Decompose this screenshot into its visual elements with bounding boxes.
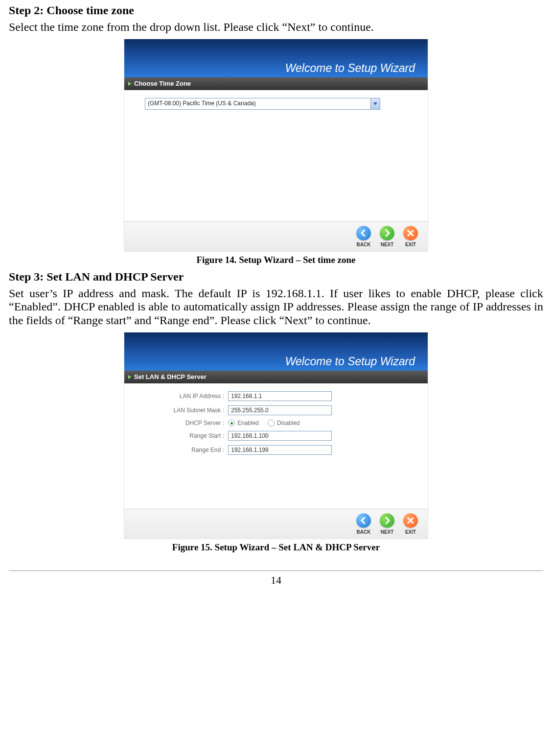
arrow-left-icon — [356, 513, 371, 528]
page-number: 14 — [9, 574, 543, 586]
lan-ip-input[interactable]: 192.168.1.1 — [228, 391, 332, 401]
lan-mask-input[interactable]: 255.255.255.0 — [228, 405, 332, 415]
close-icon — [403, 513, 418, 528]
next-button[interactable]: NEXT — [380, 513, 394, 535]
wizard-timezone: Welcome to Setup Wizard Choose Time Zone… — [124, 39, 428, 252]
timezone-selected-value: (GMT-08:00) Pacific Time (US & Canada) — [148, 100, 256, 107]
lan-mask-label: LAN Subnet Mask : — [135, 407, 224, 414]
close-icon — [403, 226, 418, 240]
figure14-caption: Figure 14. Setup Wizard – Set time zone — [9, 255, 543, 265]
wizard-banner: Welcome to Setup Wizard — [124, 332, 428, 371]
range-start-input[interactable]: 192.168.1.100 — [228, 431, 332, 441]
chevron-down-icon[interactable] — [370, 98, 380, 109]
next-button[interactable]: NEXT — [380, 226, 394, 248]
exit-button[interactable]: EXIT — [403, 513, 418, 535]
wizard-banner: Welcome to Setup Wizard — [124, 39, 428, 77]
arrow-right-icon — [380, 226, 394, 240]
section-title: Set LAN & DHCP Server — [134, 374, 207, 381]
timezone-select[interactable]: (GMT-08:00) Pacific Time (US & Canada) — [145, 98, 380, 110]
dhcp-enabled-label: Enabled — [237, 420, 259, 427]
range-start-label: Range Start : — [135, 433, 224, 440]
step3-heading: Step 3: Set LAN and DHCP Server — [9, 270, 543, 284]
step3-desc: Set user’s IP address and mask. The defa… — [9, 287, 543, 328]
figure15-caption: Figure 15. Setup Wizard – Set LAN & DHCP… — [9, 542, 543, 553]
section-bar-timezone: Choose Time Zone — [124, 77, 428, 90]
chevron-right-icon — [128, 82, 131, 86]
wizard-footer: BACK NEXT EXIT — [124, 221, 428, 251]
next-label: NEXT — [381, 529, 394, 535]
step2-heading: Step 2: Choose time zone — [9, 4, 543, 18]
dhcp-label: DHCP Server : — [135, 420, 224, 427]
arrow-right-icon — [380, 513, 394, 528]
wizard-lan-dhcp: Welcome to Setup Wizard Set LAN & DHCP S… — [124, 332, 428, 539]
back-label: BACK — [357, 529, 371, 535]
chevron-right-icon — [128, 375, 131, 379]
exit-label: EXIT — [405, 529, 416, 535]
section-bar-lan: Set LAN & DHCP Server — [124, 371, 428, 383]
back-button[interactable]: BACK — [356, 226, 371, 248]
range-end-input[interactable]: 192.168.1.199 — [228, 445, 332, 455]
dhcp-disabled-label: Disabled — [277, 420, 300, 427]
step2-desc: Select the time zone from the drop down … — [9, 21, 543, 34]
arrow-left-icon — [356, 226, 371, 240]
dhcp-enabled-radio[interactable]: Enabled — [228, 420, 259, 426]
wizard-footer: BACK NEXT EXIT — [124, 509, 428, 539]
section-title: Choose Time Zone — [134, 80, 191, 88]
exit-button[interactable]: EXIT — [403, 226, 418, 248]
back-label: BACK — [357, 242, 371, 248]
page-divider — [9, 570, 543, 571]
dhcp-disabled-radio[interactable]: Disabled — [268, 420, 300, 426]
range-end-label: Range End : — [135, 447, 224, 454]
lan-ip-label: LAN IP Address : — [135, 393, 224, 400]
exit-label: EXIT — [405, 242, 416, 248]
back-button[interactable]: BACK — [356, 513, 371, 535]
next-label: NEXT — [381, 242, 394, 248]
